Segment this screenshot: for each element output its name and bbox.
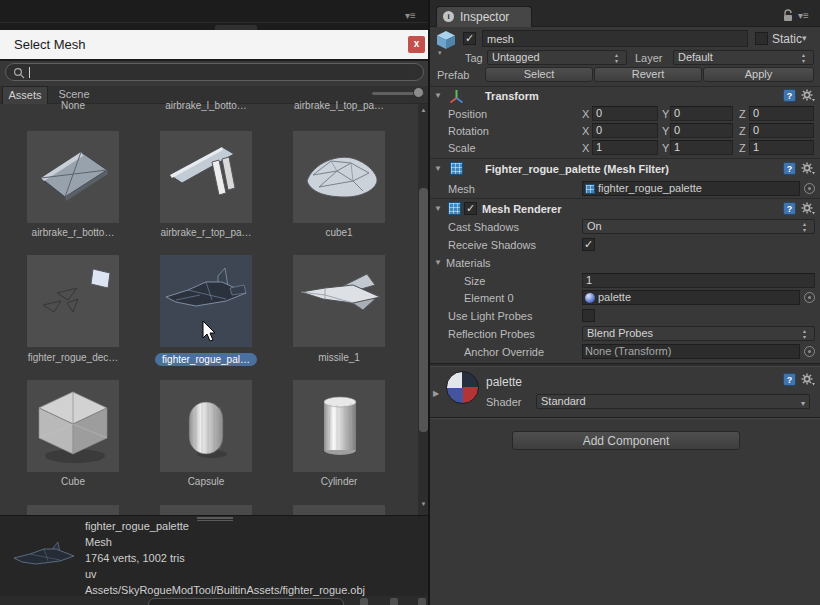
gear-icon[interactable]: [801, 162, 815, 175]
position-x-field[interactable]: 0: [592, 106, 658, 121]
axis-z-label: Z: [739, 108, 746, 121]
scale-x-field[interactable]: 1: [592, 140, 658, 155]
mesh-object-field[interactable]: fighter_rogue_palette: [582, 181, 800, 196]
position-z-field[interactable]: 0: [749, 106, 814, 121]
slider-thumb[interactable]: [413, 87, 424, 98]
gear-icon[interactable]: [801, 202, 815, 215]
materials-foldout-icon[interactable]: ▼: [434, 259, 442, 267]
materials-size-field[interactable]: 1: [582, 273, 815, 288]
gameobject-active-checkbox[interactable]: [463, 32, 476, 45]
position-y-field[interactable]: 0: [670, 106, 733, 121]
tag-dropdown[interactable]: Untagged: [487, 50, 627, 65]
mesh-tile-partial[interactable]: [160, 505, 252, 515]
use-light-probes-checkbox[interactable]: [582, 309, 595, 322]
scale-z-field[interactable]: 1: [749, 140, 814, 155]
mesh-tile-airbrake-r-top[interactable]: [160, 131, 252, 223]
axis-y-label: Y: [662, 142, 669, 155]
text-caret: [29, 67, 30, 78]
help-icon[interactable]: ?: [783, 373, 796, 386]
background-icon: [418, 598, 426, 605]
help-icon[interactable]: ?: [783, 162, 796, 175]
mesh-item-label-selected: fighter_rogue_pal…: [148, 349, 264, 367]
help-icon[interactable]: ?: [783, 89, 796, 102]
mesh-tile-cube1[interactable]: [293, 131, 385, 223]
anchor-override-field[interactable]: None (Transform): [582, 344, 800, 359]
add-component-button[interactable]: Add Component: [512, 431, 740, 450]
mesh-tile-capsule[interactable]: [160, 380, 252, 472]
receive-shadows-checkbox[interactable]: [582, 238, 595, 251]
tab-inspector[interactable]: i Inspector: [436, 6, 532, 27]
prefab-apply-button[interactable]: Apply: [703, 67, 814, 82]
mesh-tile-partial[interactable]: [27, 505, 119, 515]
missile-thumbnail: [293, 255, 385, 347]
search-field[interactable]: [5, 63, 424, 81]
rotation-label: Rotation: [448, 125, 489, 138]
use-light-probes-label: Use Light Probes: [448, 310, 532, 323]
mesh-item-label: cube1: [293, 227, 385, 238]
inspector-menu-icon[interactable]: ▾≡: [798, 10, 809, 21]
object-picker-icon[interactable]: [804, 183, 815, 194]
layer-dropdown[interactable]: Default: [673, 50, 814, 65]
rotation-y-field[interactable]: 0: [670, 123, 733, 138]
preview-channels: uv: [85, 566, 365, 582]
shader-dropdown[interactable]: Standard ▾: [536, 394, 810, 409]
mesh-tile-missile-1[interactable]: [293, 255, 385, 347]
preview-mesh-icon: [12, 541, 78, 573]
scale-y-field[interactable]: 1: [670, 140, 733, 155]
background-icon: [390, 598, 398, 605]
dialog-title: Select Mesh: [14, 37, 86, 52]
mesh-item-label: fighter_rogue_dec…: [27, 352, 119, 363]
scrollbar-thumb[interactable]: [419, 188, 428, 432]
gameobject-icon-arrow[interactable]: ▾: [438, 49, 442, 57]
material-foldout-icon[interactable]: ▶: [433, 390, 439, 398]
gameobject-name-field[interactable]: [482, 30, 748, 47]
axis-z-label: Z: [739, 142, 746, 155]
object-picker-icon[interactable]: [804, 292, 815, 303]
lock-icon[interactable]: [782, 9, 794, 23]
close-icon[interactable]: x: [408, 36, 425, 53]
receive-shadows-label: Receive Shadows: [448, 239, 536, 252]
mesh-item-label: airbrake_l_top_pa…: [293, 100, 385, 111]
element0-object-field[interactable]: palette: [582, 290, 800, 305]
material-preview-sphere[interactable]: [446, 371, 479, 404]
anchor-override-label: Anchor Override: [464, 346, 544, 359]
mesh-renderer-icon: [448, 202, 461, 215]
mouse-cursor-icon: [202, 320, 218, 343]
mesh-renderer-foldout-icon[interactable]: ▼: [434, 205, 442, 213]
rotation-z-field[interactable]: 0: [749, 123, 814, 138]
prefab-revert-button[interactable]: Revert: [594, 67, 702, 82]
anchor-override-value: None (Transform): [585, 345, 671, 358]
static-dropdown-icon[interactable]: ▾: [802, 33, 807, 43]
mesh-tile-fighter-rogue-dec[interactable]: [27, 255, 119, 347]
gear-icon[interactable]: [801, 373, 815, 386]
position-label: Position: [448, 108, 487, 121]
rotation-x-field[interactable]: 0: [592, 123, 658, 138]
pane-menu-icon[interactable]: ▾≡: [405, 10, 416, 21]
cylinder-thumbnail: [293, 380, 385, 472]
mesh-filter-foldout-icon[interactable]: ▼: [434, 165, 442, 173]
transform-foldout-icon[interactable]: ▼: [434, 92, 442, 100]
mesh-tile-airbrake-r-bottom[interactable]: [27, 131, 119, 223]
cube1-thumbnail: [293, 131, 385, 223]
component-divider: [430, 198, 820, 199]
search-input[interactable]: [34, 65, 414, 79]
object-picker-icon[interactable]: [804, 346, 815, 357]
tag-value: Untagged: [492, 51, 540, 63]
prefab-select-button[interactable]: Select: [485, 67, 593, 82]
reflection-probes-dropdown[interactable]: Blend Probes: [582, 326, 815, 341]
dropdown-arrow-icon: ▾: [801, 397, 805, 410]
cast-shadows-dropdown[interactable]: On: [582, 219, 815, 234]
gear-icon[interactable]: [801, 89, 815, 102]
mesh-tile-partial[interactable]: [293, 505, 385, 515]
mesh-item-label: airbrake_r_botto…: [27, 227, 119, 238]
mesh-tile-cylinder[interactable]: [293, 380, 385, 472]
static-checkbox[interactable]: [755, 32, 768, 45]
tab-inspector-label: Inspector: [460, 10, 509, 24]
help-icon[interactable]: ?: [783, 202, 796, 215]
mesh-tile-cube[interactable]: [27, 380, 119, 472]
gameobject-cube-icon[interactable]: [435, 29, 457, 51]
mesh-renderer-enabled-checkbox[interactable]: [464, 202, 477, 215]
background-search-oval: [148, 598, 344, 605]
background-icon: [360, 598, 368, 605]
material-name: palette: [486, 375, 522, 389]
